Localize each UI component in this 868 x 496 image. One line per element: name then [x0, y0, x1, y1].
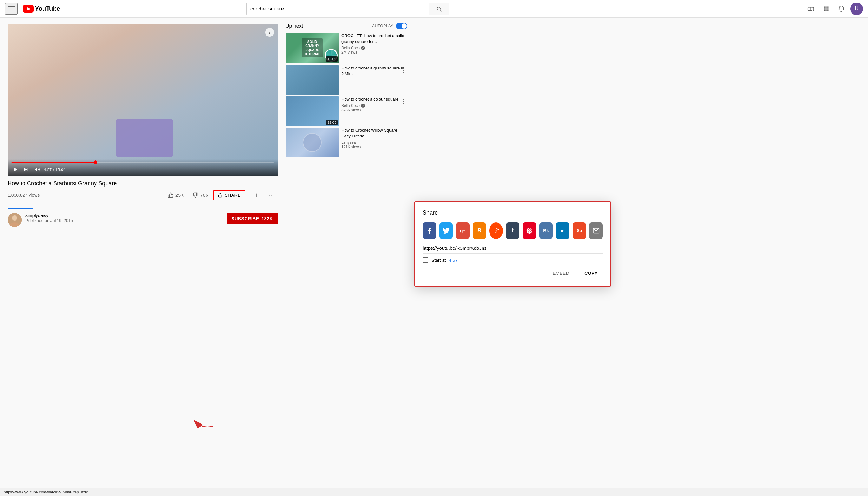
add-to-button[interactable] [250, 190, 263, 200]
progress-thumb [94, 160, 97, 164]
card-title-2: How to crochet a granny square In 2 Mins [341, 65, 407, 77]
play-button[interactable] [12, 165, 20, 174]
dislike-button[interactable]: 706 [189, 190, 212, 200]
card-menu-3[interactable]: ⋮ [400, 98, 406, 105]
share-stumbleupon[interactable]: Su [573, 222, 586, 239]
like-button[interactable]: 25K [164, 190, 188, 200]
channel-name[interactable]: simplydaisy [26, 213, 223, 218]
share-facebook[interactable] [423, 222, 436, 239]
svg-rect-10 [827, 8, 828, 9]
card-thumbnail-3: 22:03 [285, 96, 339, 126]
toggle-knob [401, 24, 407, 29]
progress-bar[interactable] [12, 161, 274, 163]
share-linkedin[interactable]: in [556, 222, 569, 239]
skip-icon [23, 167, 29, 172]
svg-rect-13 [827, 10, 828, 11]
share-reddit[interactable] [489, 222, 503, 239]
share-googleplus[interactable]: g+ [456, 222, 470, 239]
share-twitter[interactable] [439, 222, 453, 239]
share-pinterest[interactable] [522, 222, 536, 239]
card-info-4: How to Crochet Willow Square Easy Tutori… [341, 127, 407, 157]
active-tab-indicator [7, 208, 33, 209]
autoplay-toggle[interactable] [396, 23, 407, 29]
start-at-row: Start at 4:57 [423, 257, 603, 263]
play-icon [13, 167, 18, 172]
svg-rect-16 [28, 168, 28, 171]
thumbs-up-icon [168, 192, 174, 198]
twitter-icon [442, 227, 450, 234]
subscribe-label: SUBSCRIBE [232, 216, 259, 221]
card-info-2: How to crochet a granny square In 2 Mins [341, 65, 407, 95]
create-video-button[interactable] [805, 2, 817, 15]
search-input[interactable] [246, 3, 429, 15]
video-section: i [0, 18, 285, 496]
share-icon [218, 192, 223, 198]
share-button[interactable]: SHARE [213, 190, 245, 200]
share-icons-row: g+ B t Bk [423, 222, 603, 239]
reddit-icon [492, 227, 499, 234]
googleplus-label: g+ [460, 228, 465, 233]
view-count: 1,830,827 views [7, 192, 40, 198]
header-left: YouTube [5, 3, 68, 15]
card-thumbnail-4 [285, 127, 339, 157]
autoplay-row: AUTOPLAY [372, 23, 407, 29]
svg-point-27 [493, 228, 499, 233]
card-menu-2[interactable]: ⋮ [400, 67, 406, 74]
more-button[interactable] [265, 190, 278, 200]
svg-marker-14 [14, 168, 17, 172]
tumblr-label: t [512, 227, 514, 234]
video-player[interactable]: i [7, 24, 278, 176]
logo-text: YouTube [35, 5, 60, 12]
upnext-title: Up next [285, 23, 303, 29]
share-email[interactable] [589, 222, 603, 239]
search-area [246, 3, 449, 15]
start-at-checkbox[interactable] [423, 257, 428, 263]
sidebar-video-1[interactable]: SOLIDGRANNYSQUARETUTORIAL 18:05 CROCHET:… [285, 33, 407, 63]
dot-separator [247, 195, 248, 196]
card-menu-1[interactable]: ⋮ [400, 34, 406, 41]
card-views-3: 373K views [341, 108, 407, 112]
svg-rect-11 [824, 10, 825, 11]
card-thumbnail-2 [285, 65, 339, 95]
sidebar-video-2[interactable]: How to crochet a granny square In 2 Mins… [285, 65, 407, 95]
channel-avatar [7, 213, 21, 227]
notifications-button[interactable] [835, 2, 848, 15]
volume-button[interactable] [33, 165, 41, 174]
linkedin-label: in [561, 228, 564, 233]
add-icon [254, 192, 259, 198]
share-dialog-title: Share [423, 210, 603, 216]
subscribe-button[interactable]: SUBSCRIBE 132K [226, 213, 278, 224]
crochet-piece [116, 119, 173, 157]
search-button[interactable] [429, 3, 449, 15]
sidebar-video-3[interactable]: 22:03 How to crochet a colour square Bel… [285, 96, 407, 126]
channel-avatar-icon [7, 213, 21, 227]
copy-button[interactable]: COPY [579, 268, 603, 278]
apps-button[interactable] [820, 2, 833, 15]
action-buttons: 25K 706 SHARE [164, 190, 278, 200]
bell-icon [838, 5, 845, 12]
divider-1 [7, 204, 278, 204]
like-count: 25K [175, 192, 184, 198]
autoplay-label: AUTOPLAY [372, 24, 393, 28]
youtube-logo[interactable]: YouTube [23, 5, 60, 13]
blogger-label: B [477, 228, 481, 234]
user-avatar[interactable]: U [850, 2, 863, 15]
embed-button[interactable]: EMBED [548, 268, 574, 278]
card-channel-1: Bella Coco ✓ [341, 46, 407, 50]
next-button[interactable] [22, 165, 30, 174]
sidebar-video-4[interactable]: How to Crochet Willow Square Easy Tutori… [285, 127, 407, 157]
info-button[interactable]: i [265, 28, 274, 37]
pinterest-icon [526, 227, 533, 234]
dislike-count: 706 [200, 192, 208, 198]
svg-point-28 [494, 230, 495, 231]
start-at-time: 4:57 [449, 258, 457, 263]
share-label: SHARE [225, 192, 241, 198]
hamburger-menu[interactable] [5, 3, 18, 15]
svg-marker-15 [25, 168, 27, 171]
share-tumblr[interactable]: t [506, 222, 520, 239]
more-icon [268, 192, 274, 198]
share-blogger[interactable]: B [473, 222, 486, 239]
svg-point-25 [12, 216, 17, 220]
share-vk[interactable]: Bk [539, 222, 553, 239]
card-title-4: How to Crochet Willow Square Easy Tutori… [341, 127, 407, 139]
